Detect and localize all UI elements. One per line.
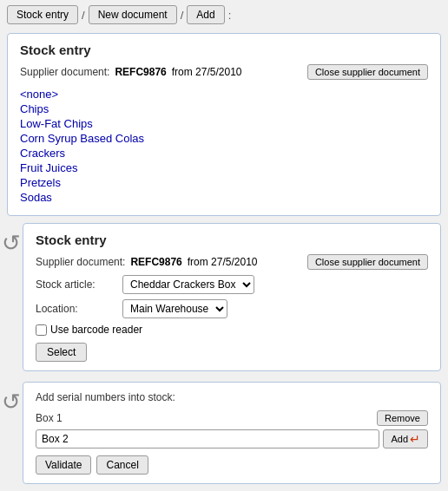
article-label: Stock article:	[36, 278, 122, 291]
supplier-ref-1: REFC9876	[115, 66, 166, 78]
panel3-wrapper: ↺ Add serial numbers into stock: Box 1 R…	[0, 378, 448, 488]
close-supplier-btn-2[interactable]: Close supplier document	[307, 254, 428, 270]
serial-title: Add serial numbers into stock:	[36, 391, 428, 403]
location-label: Location:	[36, 303, 122, 315]
stock-entry-nav-btn[interactable]: Stock entry	[7, 5, 78, 24]
barcode-row: Use barcode reader	[36, 324, 428, 336]
list-item: Crackers	[20, 146, 428, 160]
add-nav-btn[interactable]: Add	[187, 5, 224, 24]
box1-label: Box 1	[36, 412, 63, 424]
category-fruit-juices[interactable]: Fruit Juices	[20, 161, 77, 174]
serial-numbers-panel: Add serial numbers into stock: Box 1 Rem…	[23, 382, 441, 484]
list-item: Chips	[20, 101, 428, 116]
supplier-ref-2: REFC9876	[130, 256, 181, 268]
list-item: Corn Syrup Based Colas	[20, 131, 428, 146]
supplier-label-1: Supplier document:	[20, 66, 109, 78]
list-item: Low-Fat Chips	[20, 116, 428, 131]
supplier-line-1: Supplier document: REFC9876 from 27/5/20…	[20, 64, 428, 80]
stock-entry-panel-1: Stock entry Supplier document: REFC9876 …	[7, 33, 441, 216]
panel2-wrapper: ↺ Stock entry Supplier document: REFC987…	[0, 219, 448, 375]
panel2-title: Stock entry	[36, 232, 428, 247]
article-select[interactable]: Cheddar Crackers Box	[122, 275, 254, 294]
nav-sep-2: /	[181, 9, 184, 22]
list-item: Pretzels	[20, 175, 428, 190]
top-nav: Stock entry / New document / Add :	[0, 0, 448, 29]
barcode-checkbox[interactable]	[36, 324, 47, 336]
action-row: Validate Cancel	[36, 455, 428, 475]
category-crackers[interactable]: Crackers	[20, 147, 65, 160]
location-select[interactable]: Main Warehouse	[122, 299, 227, 318]
add-btn-label: Add	[391, 434, 408, 444]
list-item: Sodas	[20, 190, 428, 205]
list-item: Fruit Juices	[20, 160, 428, 175]
category-chips[interactable]: Chips	[20, 102, 49, 115]
category-sodas[interactable]: Sodas	[20, 191, 52, 204]
supplier-line-2: Supplier document: REFC9876 from 27/5/20…	[36, 254, 428, 270]
barcode-label: Use barcode reader	[50, 324, 142, 336]
box1-row: Box 1 Remove	[36, 410, 428, 426]
category-pretzels[interactable]: Pretzels	[20, 176, 61, 189]
serial-input[interactable]	[36, 429, 379, 448]
add-arrow-icon: ↵	[410, 432, 420, 446]
location-row: Location: Main Warehouse	[36, 299, 428, 318]
remove-button[interactable]: Remove	[377, 410, 428, 426]
stock-entry-panel-2: Stock entry Supplier document: REFC9876 …	[23, 223, 441, 371]
category-list: <none> Chips Low-Fat Chips Corn Syrup Ba…	[20, 85, 428, 206]
arrow-icon-2: ↺	[2, 390, 21, 413]
article-row: Stock article: Cheddar Crackers Box	[36, 275, 428, 294]
supplier-date-1: from 27/5/2010	[172, 66, 242, 78]
cancel-button[interactable]: Cancel	[96, 455, 148, 475]
nav-sep-1: /	[82, 9, 85, 22]
select-button[interactable]: Select	[36, 343, 87, 362]
list-item: <none>	[20, 87, 428, 101]
supplier-label-2: Supplier document:	[36, 256, 125, 268]
new-document-nav-btn[interactable]: New document	[89, 5, 177, 24]
category-low-fat-chips[interactable]: Low-Fat Chips	[20, 117, 93, 130]
panel1-title: Stock entry	[20, 43, 428, 57]
serial-input-row: Add ↵	[36, 429, 428, 448]
supplier-date-2: from 27/5/2010	[188, 256, 258, 268]
arrow-icon-1: ↺	[2, 232, 21, 254]
category-corn-syrup[interactable]: Corn Syrup Based Colas	[20, 132, 144, 145]
close-supplier-btn-1[interactable]: Close supplier document	[307, 64, 428, 80]
nav-more: :	[228, 9, 232, 22]
validate-button[interactable]: Validate	[36, 455, 91, 475]
category-none[interactable]: <none>	[20, 88, 58, 101]
add-button[interactable]: Add ↵	[383, 429, 428, 448]
